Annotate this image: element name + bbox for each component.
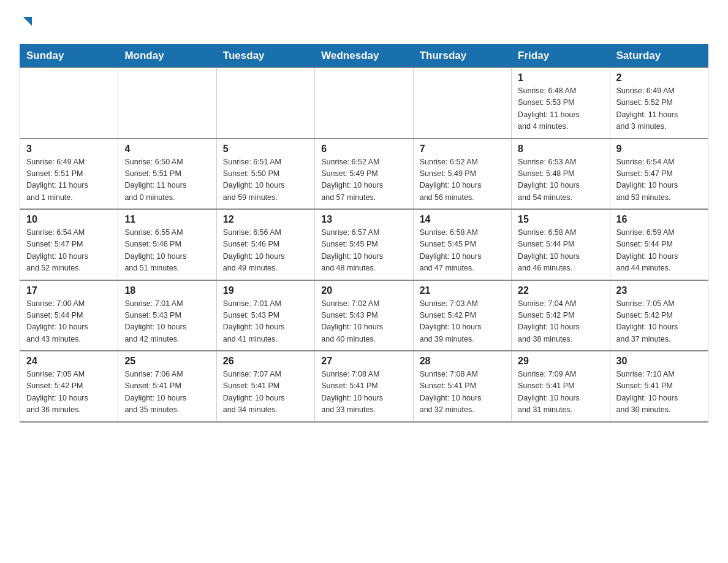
day-number: 15 <box>518 214 603 225</box>
day-info: Sunrise: 7:08 AM Sunset: 5:41 PM Dayligh… <box>420 369 505 416</box>
calendar-cell: 29Sunrise: 7:09 AM Sunset: 5:41 PM Dayli… <box>512 351 610 422</box>
day-info: Sunrise: 7:06 AM Sunset: 5:41 PM Dayligh… <box>124 369 210 416</box>
calendar-cell <box>413 67 511 139</box>
calendar-cell: 20Sunrise: 7:02 AM Sunset: 5:43 PM Dayli… <box>315 280 413 351</box>
day-info: Sunrise: 7:05 AM Sunset: 5:42 PM Dayligh… <box>26 369 112 416</box>
day-info: Sunrise: 6:59 AM Sunset: 5:44 PM Dayligh… <box>616 227 702 275</box>
calendar-cell: 9Sunrise: 6:54 AM Sunset: 5:47 PM Daylig… <box>610 139 708 210</box>
day-number: 18 <box>124 285 210 296</box>
day-info: Sunrise: 7:00 AM Sunset: 5:44 PM Dayligh… <box>26 298 112 346</box>
day-number: 26 <box>223 356 308 367</box>
day-info: Sunrise: 6:56 AM Sunset: 5:46 PM Dayligh… <box>223 227 308 275</box>
day-info: Sunrise: 6:52 AM Sunset: 5:49 PM Dayligh… <box>321 156 406 204</box>
calendar-cell: 19Sunrise: 7:01 AM Sunset: 5:43 PM Dayli… <box>216 280 314 351</box>
day-info: Sunrise: 7:01 AM Sunset: 5:43 PM Dayligh… <box>124 298 210 346</box>
day-info: Sunrise: 7:01 AM Sunset: 5:43 PM Dayligh… <box>223 298 308 346</box>
day-number: 23 <box>616 285 702 296</box>
calendar-cell: 30Sunrise: 7:10 AM Sunset: 5:41 PM Dayli… <box>610 351 708 422</box>
calendar-cell: 27Sunrise: 7:08 AM Sunset: 5:41 PM Dayli… <box>315 351 413 422</box>
logo-arrow-icon <box>21 15 34 28</box>
day-info: Sunrise: 6:49 AM Sunset: 5:52 PM Dayligh… <box>616 85 702 133</box>
calendar-cell: 8Sunrise: 6:53 AM Sunset: 5:48 PM Daylig… <box>512 139 610 210</box>
calendar-cell: 2Sunrise: 6:49 AM Sunset: 5:52 PM Daylig… <box>610 67 708 139</box>
day-number: 19 <box>223 285 308 296</box>
day-number: 6 <box>321 144 406 155</box>
day-info: Sunrise: 6:57 AM Sunset: 5:45 PM Dayligh… <box>321 227 406 275</box>
day-info: Sunrise: 7:02 AM Sunset: 5:43 PM Dayligh… <box>321 298 406 346</box>
day-info: Sunrise: 6:55 AM Sunset: 5:46 PM Dayligh… <box>124 227 210 275</box>
calendar-cell: 18Sunrise: 7:01 AM Sunset: 5:43 PM Dayli… <box>118 280 216 351</box>
calendar-cell: 4Sunrise: 6:50 AM Sunset: 5:51 PM Daylig… <box>118 139 216 210</box>
calendar-cell: 15Sunrise: 6:58 AM Sunset: 5:44 PM Dayli… <box>512 209 610 280</box>
weekday-header-tuesday: Tuesday <box>216 45 314 68</box>
weekday-header-sunday: Sunday <box>20 45 118 68</box>
calendar-cell: 12Sunrise: 6:56 AM Sunset: 5:46 PM Dayli… <box>216 209 314 280</box>
day-number: 28 <box>420 356 505 367</box>
day-number: 29 <box>518 356 603 367</box>
day-info: Sunrise: 6:54 AM Sunset: 5:47 PM Dayligh… <box>26 227 112 275</box>
day-number: 5 <box>223 144 308 155</box>
day-number: 17 <box>26 285 112 296</box>
weekday-header-row: SundayMondayTuesdayWednesdayThursdayFrid… <box>20 45 708 68</box>
day-number: 7 <box>420 144 505 155</box>
calendar-cell: 16Sunrise: 6:59 AM Sunset: 5:44 PM Dayli… <box>610 209 708 280</box>
calendar-cell: 1Sunrise: 6:48 AM Sunset: 5:53 PM Daylig… <box>512 67 610 139</box>
calendar-cell: 17Sunrise: 7:00 AM Sunset: 5:44 PM Dayli… <box>20 280 118 351</box>
weekday-header-saturday: Saturday <box>610 45 708 68</box>
day-number: 24 <box>26 356 112 367</box>
day-info: Sunrise: 6:54 AM Sunset: 5:47 PM Dayligh… <box>616 156 702 204</box>
day-number: 14 <box>420 214 505 225</box>
day-info: Sunrise: 6:53 AM Sunset: 5:48 PM Dayligh… <box>518 156 603 204</box>
calendar-week-row: 10Sunrise: 6:54 AM Sunset: 5:47 PM Dayli… <box>20 209 708 280</box>
calendar-cell <box>315 67 413 139</box>
day-number: 27 <box>321 356 406 367</box>
weekday-header-monday: Monday <box>118 45 216 68</box>
day-number: 2 <box>616 72 702 83</box>
day-number: 8 <box>518 144 603 155</box>
day-number: 16 <box>616 214 702 225</box>
day-number: 9 <box>616 144 702 155</box>
calendar-cell: 7Sunrise: 6:52 AM Sunset: 5:49 PM Daylig… <box>413 139 511 210</box>
calendar-cell: 5Sunrise: 6:51 AM Sunset: 5:50 PM Daylig… <box>216 139 314 210</box>
calendar-cell: 23Sunrise: 7:05 AM Sunset: 5:42 PM Dayli… <box>610 280 708 351</box>
day-info: Sunrise: 6:58 AM Sunset: 5:45 PM Dayligh… <box>420 227 505 275</box>
page-header <box>20 15 708 33</box>
calendar-week-row: 17Sunrise: 7:00 AM Sunset: 5:44 PM Dayli… <box>20 280 708 351</box>
calendar-cell: 22Sunrise: 7:04 AM Sunset: 5:42 PM Dayli… <box>512 280 610 351</box>
day-info: Sunrise: 6:52 AM Sunset: 5:49 PM Dayligh… <box>420 156 505 204</box>
day-number: 20 <box>321 285 406 296</box>
calendar-cell: 6Sunrise: 6:52 AM Sunset: 5:49 PM Daylig… <box>315 139 413 210</box>
logo <box>20 15 34 33</box>
calendar-table: SundayMondayTuesdayWednesdayThursdayFrid… <box>20 44 708 423</box>
day-number: 1 <box>518 72 603 83</box>
calendar-week-row: 3Sunrise: 6:49 AM Sunset: 5:51 PM Daylig… <box>20 139 708 210</box>
calendar-cell: 21Sunrise: 7:03 AM Sunset: 5:42 PM Dayli… <box>413 280 511 351</box>
day-info: Sunrise: 7:10 AM Sunset: 5:41 PM Dayligh… <box>616 369 702 416</box>
day-number: 21 <box>420 285 505 296</box>
day-number: 12 <box>223 214 308 225</box>
day-info: Sunrise: 6:49 AM Sunset: 5:51 PM Dayligh… <box>26 156 112 204</box>
day-info: Sunrise: 7:05 AM Sunset: 5:42 PM Dayligh… <box>616 298 702 346</box>
day-number: 22 <box>518 285 603 296</box>
calendar-cell: 11Sunrise: 6:55 AM Sunset: 5:46 PM Dayli… <box>118 209 216 280</box>
day-number: 25 <box>124 356 210 367</box>
day-info: Sunrise: 6:50 AM Sunset: 5:51 PM Dayligh… <box>124 156 210 204</box>
calendar-cell: 13Sunrise: 6:57 AM Sunset: 5:45 PM Dayli… <box>315 209 413 280</box>
day-number: 13 <box>321 214 406 225</box>
calendar-cell: 14Sunrise: 6:58 AM Sunset: 5:45 PM Dayli… <box>413 209 511 280</box>
day-info: Sunrise: 7:07 AM Sunset: 5:41 PM Dayligh… <box>223 369 308 416</box>
day-info: Sunrise: 7:04 AM Sunset: 5:42 PM Dayligh… <box>518 298 603 346</box>
calendar-week-row: 24Sunrise: 7:05 AM Sunset: 5:42 PM Dayli… <box>20 351 708 422</box>
day-number: 3 <box>26 144 112 155</box>
day-number: 11 <box>124 214 210 225</box>
calendar-cell: 24Sunrise: 7:05 AM Sunset: 5:42 PM Dayli… <box>20 351 118 422</box>
day-info: Sunrise: 7:03 AM Sunset: 5:42 PM Dayligh… <box>420 298 505 346</box>
calendar-cell <box>20 67 118 139</box>
day-info: Sunrise: 7:09 AM Sunset: 5:41 PM Dayligh… <box>518 369 603 416</box>
calendar-cell: 3Sunrise: 6:49 AM Sunset: 5:51 PM Daylig… <box>20 139 118 210</box>
day-number: 4 <box>124 144 210 155</box>
calendar-cell: 10Sunrise: 6:54 AM Sunset: 5:47 PM Dayli… <box>20 209 118 280</box>
day-info: Sunrise: 6:51 AM Sunset: 5:50 PM Dayligh… <box>223 156 308 204</box>
day-info: Sunrise: 7:08 AM Sunset: 5:41 PM Dayligh… <box>321 369 406 416</box>
svg-marker-0 <box>23 17 32 26</box>
